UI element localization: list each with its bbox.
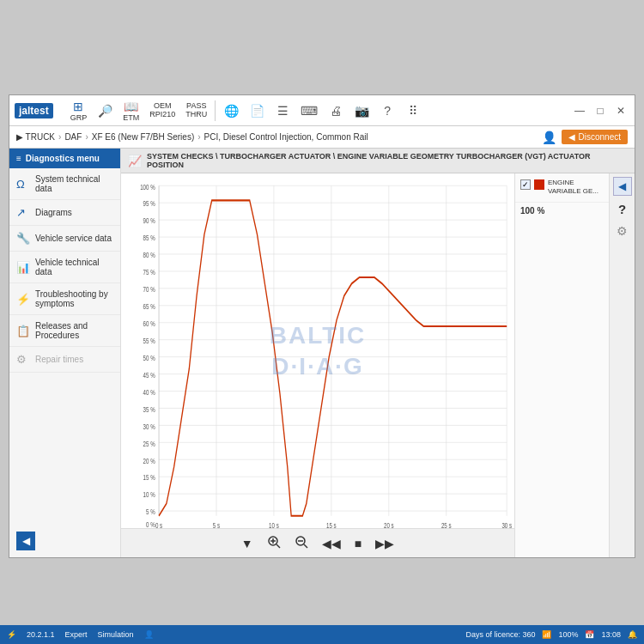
camera-icon: 📷 <box>355 104 369 118</box>
status-mode1: Expert <box>65 630 88 639</box>
breadcrumb-sep2: › <box>85 132 88 142</box>
sidebar-title: Diagnostics menu <box>26 154 100 163</box>
legend-checkbox[interactable]: ✓ <box>520 179 531 190</box>
sidebar-item-troubleshooting[interactable]: ⚡ Troubleshooting by symptoms <box>9 283 120 315</box>
notification-icon: 🔔 <box>628 630 637 639</box>
svg-text:65 %: 65 % <box>143 302 155 312</box>
svg-text:50 %: 50 % <box>143 353 155 362</box>
svg-text:55 %: 55 % <box>143 337 155 346</box>
toolbar-separator <box>215 100 216 121</box>
breadcrumb: ▶ TRUCK › DAF › XF E6 (New F7/BH Series)… <box>9 126 635 149</box>
calendar-icon: 📅 <box>585 630 594 639</box>
svg-text:100 %: 100 % <box>140 182 155 191</box>
status-version: 20.2.1.1 <box>27 630 55 639</box>
toolbar-search-button[interactable]: 🔎 <box>92 102 118 119</box>
sidebar-item-vehicle-technical[interactable]: 📊 Vehicle technicaldata <box>9 252 120 283</box>
toolbar-print-button[interactable]: 🖨 <box>323 102 349 119</box>
list-icon: ☰ <box>277 104 289 118</box>
svg-text:0 %: 0 % <box>146 519 155 528</box>
sidebar-item-diagrams[interactable]: ↗ Diagrams <box>9 200 120 226</box>
svg-text:90 %: 90 % <box>143 216 155 226</box>
back-side-button[interactable]: ◀ <box>613 177 632 196</box>
svg-text:85 %: 85 % <box>143 234 155 243</box>
toolbar-etm-button[interactable]: 📖 ETM <box>118 98 144 124</box>
toolbar-globe-button[interactable]: 🌐 <box>218 102 244 119</box>
svg-text:30 s: 30 s <box>501 521 512 528</box>
right-panel: 📈 SYSTEM CHECKS \ TURBOCHARGER ACTUATOR … <box>121 149 635 557</box>
rewind-button[interactable]: ◀◀ <box>319 535 344 552</box>
filter-button[interactable]: ▼ <box>238 535 257 552</box>
panel-header: 📈 SYSTEM CHECKS \ TURBOCHARGER ACTUATOR … <box>121 149 635 173</box>
nav-back-button[interactable]: ◀ <box>16 532 35 550</box>
settings-side-button[interactable]: ⚙ <box>613 222 632 240</box>
toolbar-oem-button[interactable]: OEMRPI210 <box>144 100 180 121</box>
sidebar-label-technical: Vehicle technicaldata <box>35 258 100 276</box>
right-side-buttons: ◀ ? ⚙ <box>609 173 635 557</box>
legend-value: 100 % <box>515 203 609 219</box>
main-window: jaltest ⊞ GRP 🔎 📖 ETM OEMRPI210 PASSTHRU… <box>9 94 635 558</box>
releases-icon: 📋 <box>16 325 30 337</box>
toolbar-list-button[interactable]: ☰ <box>270 102 295 119</box>
toolbar-help-button[interactable]: ? <box>374 102 400 119</box>
sidebar-header: ≡ Diagnostics menu <box>9 149 120 168</box>
sidebar-item-repair-times[interactable]: ⚙ Repair times <box>9 347 120 373</box>
breadcrumb-daf[interactable]: DAF <box>64 132 82 142</box>
minimize-button[interactable]: — <box>571 102 588 119</box>
svg-text:20 s: 20 s <box>384 521 394 528</box>
breadcrumb-truck[interactable]: ▶ TRUCK <box>16 132 55 142</box>
globe-icon: 🌐 <box>224 104 239 118</box>
disconnect-button[interactable]: ◀ Disconnect <box>562 130 628 144</box>
panel-title: SYSTEM CHECKS \ TURBOCHARGER ACTUATOR \ … <box>147 152 628 169</box>
stop-button[interactable]: ■ <box>351 535 365 552</box>
legend-panel: ✓ ENGINE VARIABLE GE... 100 % <box>514 173 609 557</box>
toolbar: jaltest ⊞ GRP 🔎 📖 ETM OEMRPI210 PASSTHRU… <box>9 95 635 126</box>
repair-icon: ⚙ <box>16 353 30 366</box>
grp-label: GRP <box>70 113 88 122</box>
svg-text:60 %: 60 % <box>143 319 155 329</box>
svg-text:35 %: 35 % <box>143 404 155 414</box>
breadcrumb-sep3: › <box>197 132 200 142</box>
sidebar-label-service: Vehicle service data <box>35 234 112 243</box>
menu-icon: ≡ <box>16 154 21 163</box>
breadcrumb-xf[interactable]: XF E6 (New F7/BH Series) <box>92 132 194 142</box>
zoom-out-button[interactable] <box>291 533 312 553</box>
sidebar: ≡ Diagnostics menu Ω System technicaldat… <box>9 149 121 557</box>
main-content: ≡ Diagnostics menu Ω System technicaldat… <box>9 149 635 557</box>
toolbar-camera-button[interactable]: 📷 <box>349 102 374 119</box>
svg-text:80 %: 80 % <box>143 251 155 260</box>
toolbar-doc-button[interactable]: 📄 <box>244 102 270 119</box>
toolbar-keyboard-button[interactable]: ⌨ <box>295 102 323 119</box>
breadcrumb-pci[interactable]: PCI, Diesel Control Injection, Common Ra… <box>204 132 368 142</box>
zoom-in-button[interactable] <box>264 533 284 553</box>
chart-svg: 100 % 95 % 90 % 85 % 80 % 75 % 70 % 65 %… <box>121 173 514 528</box>
help-side-button[interactable]: ? <box>613 199 632 218</box>
chart-icon: 📈 <box>128 155 142 167</box>
svg-text:40 %: 40 % <box>143 387 155 397</box>
sidebar-item-releases[interactable]: 📋 Releases andProcedures <box>9 315 120 347</box>
wifi-icon: 📶 <box>542 630 551 639</box>
toolbar-pass-button[interactable]: PASSTHRU <box>180 100 212 121</box>
svg-text:30 %: 30 % <box>143 422 155 431</box>
status-days: Days of licence: 360 <box>465 630 535 639</box>
disconnect-label: Disconnect <box>579 132 621 142</box>
etm-icon: 📖 <box>124 100 138 113</box>
status-user-icon: 👤 <box>144 630 154 639</box>
maximize-button[interactable]: □ <box>592 102 609 119</box>
sidebar-item-system-technical-data[interactable]: Ω System technicaldata <box>9 168 120 200</box>
svg-text:10 s: 10 s <box>269 521 279 528</box>
svg-text:75 %: 75 % <box>143 268 155 277</box>
chart-svg-container: BALTIC D·I·A·G <box>121 173 514 528</box>
window-controls: — □ ✕ <box>571 102 629 119</box>
close-button[interactable]: ✕ <box>612 102 629 119</box>
forward-button[interactable]: ▶▶ <box>372 535 398 552</box>
toolbar-grp-button[interactable]: ⊞ GRP <box>65 98 93 124</box>
sidebar-item-vehicle-service[interactable]: 🔧 Vehicle service data <box>9 226 120 252</box>
status-usb-icon: ⚡ <box>7 630 16 639</box>
sidebar-nav-bottom: ◀ <box>9 525 120 557</box>
logo: jaltest <box>15 103 57 118</box>
help-icon: ? <box>384 104 391 118</box>
toolbar-grid-button[interactable]: ⠿ <box>400 102 426 119</box>
sidebar-label-system: System technicaldata <box>35 174 100 193</box>
print-icon: 🖨 <box>330 104 342 118</box>
svg-text:5 s: 5 s <box>213 521 220 528</box>
